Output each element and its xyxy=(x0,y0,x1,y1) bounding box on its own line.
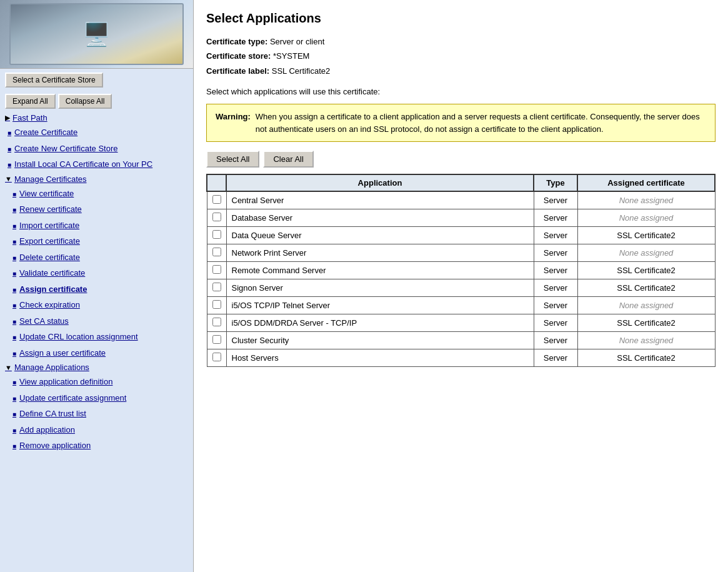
action-buttons-row: Select All Clear All xyxy=(206,151,716,168)
expand-all-button[interactable]: Expand All xyxy=(5,94,56,109)
assigned-cert-cell: SSL Certificate2 xyxy=(577,279,715,297)
app-name-cell: Host Servers xyxy=(226,349,534,367)
sidebar-item-assign-certificate[interactable]: ■Assign certificate xyxy=(0,281,193,298)
sidebar-item-define-ca-trust-list[interactable]: ■Define CA trust list xyxy=(0,406,193,422)
cert-store-line: Certificate store: *SYSTEM xyxy=(206,49,716,63)
bullet-icon: ■ xyxy=(12,395,16,402)
assigned-cert-cell: None assigned xyxy=(577,332,715,349)
assigned-cert-cell: SSL Certificate2 xyxy=(577,314,715,332)
app-name-cell: Signon Server xyxy=(226,279,534,297)
app-checkbox[interactable] xyxy=(212,283,221,291)
bullet-icon: ■ xyxy=(12,191,16,198)
row-checkbox-cell xyxy=(207,279,226,297)
fast-path-arrow: ▶ xyxy=(5,114,10,122)
bullet-icon: ■ xyxy=(12,223,16,229)
assigned-cert-text: SSL Certificate2 xyxy=(617,353,675,363)
sidebar-item-create-new-certificate-store[interactable]: ■Create New Certificate Store xyxy=(0,141,193,157)
bullet-icon: ■ xyxy=(12,254,16,261)
sidebar-banner-image xyxy=(0,0,193,69)
clear-all-button[interactable]: Clear All xyxy=(263,151,313,168)
sidebar-item-export-certificate[interactable]: ■Export certificate xyxy=(0,233,193,249)
sidebar-item-renew-certificate[interactable]: ■Renew certificate xyxy=(0,201,193,218)
app-name-cell: Database Server xyxy=(226,209,534,227)
cert-store-value: *SYSTEM xyxy=(273,51,310,61)
table-header-application: Application xyxy=(226,174,534,191)
app-type-cell: Server xyxy=(534,349,577,367)
cert-store-label: Certificate store: xyxy=(206,51,271,61)
sidebar-item-check-expiration[interactable]: ■Check expiration xyxy=(0,297,193,313)
app-name-cell: i5/OS TCP/IP Telnet Server xyxy=(226,297,534,314)
row-checkbox-cell xyxy=(207,227,226,244)
assigned-cert-cell: None assigned xyxy=(577,209,715,227)
bullet-icon: ■ xyxy=(12,270,16,277)
table-row: Signon ServerServerSSL Certificate2 xyxy=(207,279,715,297)
select-all-button[interactable]: Select All xyxy=(206,151,259,168)
assigned-cert-cell: None assigned xyxy=(577,244,715,262)
main-content: Select Applications Certificate type: Se… xyxy=(194,0,728,572)
select-store-row: Select a Certificate Store xyxy=(0,69,193,91)
sidebar-item-update-certificate-assignment[interactable]: ■Update certificate assignment xyxy=(0,390,193,406)
app-type-cell: Server xyxy=(534,227,577,244)
bullet-icon: ■ xyxy=(7,129,11,136)
bullet-icon: ■ xyxy=(12,286,16,293)
bullet-icon: ■ xyxy=(12,350,16,357)
row-checkbox-cell xyxy=(207,209,226,227)
cert-type-line: Certificate type: Server or client xyxy=(206,34,716,49)
sidebar-item-remove-application[interactable]: ■Remove application xyxy=(0,438,193,454)
app-type-cell: Server xyxy=(534,314,577,332)
app-type-cell: Server xyxy=(534,209,577,227)
sidebar-item-set-ca-status[interactable]: ■Set CA status xyxy=(0,313,193,329)
sidebar-item-view-application-definition[interactable]: ■View application definition xyxy=(0,374,193,390)
app-type-cell: Server xyxy=(534,332,577,349)
app-checkbox[interactable] xyxy=(212,213,221,221)
app-type-cell: Server xyxy=(534,279,577,297)
app-name-cell: Data Queue Server xyxy=(226,227,534,244)
manage-apps-arrow: ▼ xyxy=(5,364,12,371)
sidebar-item-import-certificate[interactable]: ■Import certificate xyxy=(0,218,193,234)
app-type-cell: Server xyxy=(534,191,577,209)
none-assigned-text: None assigned xyxy=(619,301,674,310)
row-checkbox-cell xyxy=(207,297,226,314)
warning-text: When you assign a certificate to a clien… xyxy=(256,111,706,135)
bullet-icon: ■ xyxy=(7,146,11,153)
assigned-cert-cell: SSL Certificate2 xyxy=(577,349,715,367)
sidebar-item-manage-applications[interactable]: ▼ Manage Applications xyxy=(0,361,193,374)
app-checkbox[interactable] xyxy=(212,335,221,344)
bullet-icon: ■ xyxy=(12,443,16,449)
app-type-cell: Server xyxy=(534,297,577,314)
sidebar-item-fast-path[interactable]: ▶ Fast Path xyxy=(0,111,193,124)
sidebar-item-manage-certificates[interactable]: ▼ Manage Certificates xyxy=(0,173,193,186)
warning-label: Warning: xyxy=(216,111,251,135)
table-row: Central ServerServerNone assigned xyxy=(207,191,715,209)
sidebar-item-assign-user-certificate[interactable]: ■Assign a user certificate xyxy=(0,345,193,361)
sidebar-item-delete-certificate[interactable]: ■Delete certificate xyxy=(0,249,193,266)
none-assigned-text: None assigned xyxy=(619,213,674,223)
bullet-icon: ■ xyxy=(12,411,16,418)
select-certificate-store-button[interactable]: Select a Certificate Store xyxy=(5,73,103,88)
assigned-cert-text: SSL Certificate2 xyxy=(617,266,675,275)
sidebar-item-update-crl-location[interactable]: ■Update CRL location assignment xyxy=(0,329,193,345)
app-checkbox[interactable] xyxy=(212,248,221,256)
app-checkbox[interactable] xyxy=(212,300,221,309)
table-row: Network Print ServerServerNone assigned xyxy=(207,244,715,262)
expand-collapse-row: Expand All Collapse All xyxy=(0,91,193,111)
app-checkbox[interactable] xyxy=(212,230,221,239)
collapse-all-button[interactable]: Collapse All xyxy=(58,94,112,109)
sidebar: Select a Certificate Store Expand All Co… xyxy=(0,0,194,572)
banner-image-placeholder xyxy=(9,3,183,64)
assigned-cert-cell: SSL Certificate2 xyxy=(577,227,715,244)
manage-certs-arrow: ▼ xyxy=(5,175,12,183)
app-checkbox[interactable] xyxy=(212,195,221,204)
app-name-cell: Network Print Server xyxy=(226,244,534,262)
sidebar-item-view-certificate[interactable]: ■View certificate xyxy=(0,186,193,202)
sidebar-item-validate-certificate[interactable]: ■Validate certificate xyxy=(0,265,193,281)
app-checkbox[interactable] xyxy=(212,318,221,326)
app-checkbox[interactable] xyxy=(212,353,221,361)
sidebar-item-create-certificate[interactable]: ■Create Certificate xyxy=(0,124,193,141)
app-type-cell: Server xyxy=(534,244,577,262)
sidebar-item-add-application[interactable]: ■Add application xyxy=(0,422,193,438)
app-checkbox[interactable] xyxy=(212,265,221,274)
bullet-icon: ■ xyxy=(12,427,16,434)
sidebar-item-install-local-ca[interactable]: ■Install Local CA Certificate on Your PC xyxy=(0,156,193,173)
table-row: Remote Command ServerServerSSL Certifica… xyxy=(207,262,715,279)
